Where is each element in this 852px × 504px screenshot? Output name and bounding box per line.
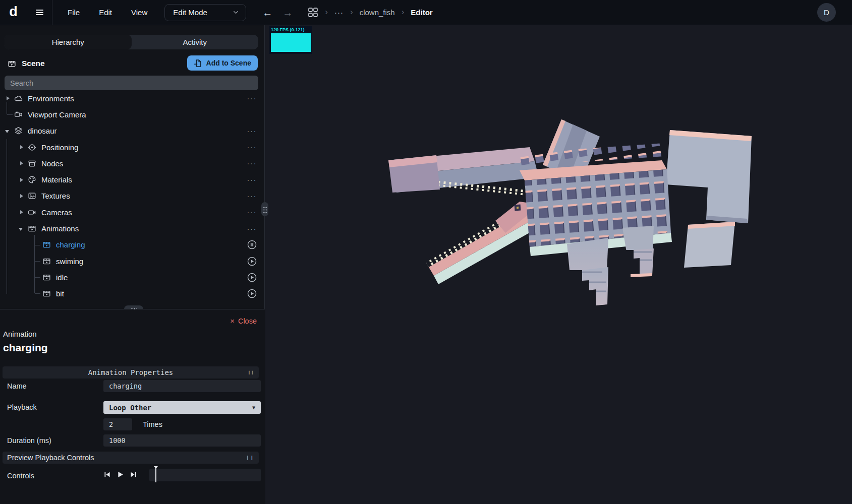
times-input[interactable]	[103, 418, 132, 430]
menu-view[interactable]: View	[131, 8, 147, 17]
tree-item-textures[interactable]: Textures ···	[0, 188, 265, 204]
item-options-button[interactable]: ···	[247, 97, 257, 100]
forward-button[interactable]: →	[282, 8, 293, 18]
tree-item-animation-charging[interactable]: charging	[0, 237, 265, 253]
viewport-3d[interactable]: 120 FPS (0-121)	[265, 25, 852, 504]
tree-item-animations[interactable]: Animations ···	[0, 220, 265, 236]
edit-mode-value: Edit Mode	[173, 8, 207, 17]
add-to-scene-label: Add to Scene	[206, 59, 251, 67]
close-panel-button[interactable]: × Close	[230, 317, 257, 325]
tree-item-label: Environments	[28, 94, 74, 103]
animation-properties-header-label: Animation Properties	[88, 368, 174, 376]
clapperboard-icon	[28, 224, 36, 233]
item-options-button[interactable]: ···	[247, 178, 257, 181]
scene-header: Scene	[8, 56, 45, 71]
animation-properties-header: Animation Properties ❙❙	[3, 366, 259, 379]
tab-hierarchy[interactable]: Hierarchy	[5, 35, 132, 49]
breadcrumb: › ··· › clown_fish › Editor	[308, 7, 432, 18]
expand-arrow-icon[interactable]	[18, 160, 25, 167]
tree-item-animation-idle[interactable]: idle	[0, 269, 265, 285]
tree-item-animation-swiming[interactable]: swiming	[0, 253, 265, 269]
play-circle-button[interactable]	[247, 257, 257, 266]
video-camera-icon	[28, 208, 36, 217]
breadcrumb-ellipsis-button[interactable]: ···	[334, 8, 344, 17]
controls-row: Controls	[0, 470, 265, 482]
duration-input[interactable]	[103, 434, 261, 447]
tree-item-environments[interactable]: Environments ···	[0, 90, 265, 106]
sidebar-resize-handle[interactable]	[261, 202, 268, 216]
add-to-scene-button[interactable]: Add to Scene	[187, 55, 258, 71]
expand-arrow-icon[interactable]	[4, 95, 11, 102]
pause-circle-button[interactable]	[247, 240, 257, 249]
expand-arrow-icon[interactable]	[18, 193, 25, 200]
expand-arrow-icon[interactable]	[18, 176, 25, 183]
tree-item-dinosaur[interactable]: dinosaur ···	[0, 123, 265, 139]
section-collapse-icon[interactable]: ❙❙	[246, 455, 254, 460]
app-window: d File Edit View Edit Mode ← → › ··· › c…	[0, 0, 852, 504]
playhead-marker[interactable]	[155, 467, 156, 482]
tree-item-label: idle	[56, 273, 68, 282]
skip-to-start-button[interactable]	[103, 471, 111, 478]
user-avatar[interactable]: D	[817, 3, 836, 22]
hamburger-menu-button[interactable]	[27, 0, 52, 25]
tab-activity[interactable]: Activity	[132, 35, 259, 49]
collapse-arrow-icon[interactable]	[18, 225, 25, 232]
tree-item-viewport-camera[interactable]: Viewport Camera	[0, 106, 265, 122]
drag-dots-icon	[263, 206, 267, 213]
collapse-arrow-icon[interactable]	[4, 128, 11, 135]
app-logo[interactable]: d	[0, 0, 27, 25]
menu-file[interactable]: File	[68, 8, 80, 17]
expand-arrow-icon[interactable]	[18, 209, 25, 216]
name-input[interactable]	[103, 380, 261, 392]
back-button[interactable]: ←	[262, 8, 272, 18]
item-options-button[interactable]: ···	[247, 211, 257, 214]
tree-item-label: Positioning	[41, 143, 78, 152]
item-options-button[interactable]: ···	[247, 162, 257, 165]
tree-item-materials[interactable]: Materials ···	[0, 171, 265, 187]
item-options-button[interactable]: ···	[247, 227, 257, 230]
tree-item-nodes[interactable]: Nodes ···	[0, 155, 265, 171]
item-options-button[interactable]: ···	[247, 146, 257, 149]
left-sidebar: Hierarchy Activity Scene Add to Scene	[0, 25, 265, 504]
close-label: Close	[238, 317, 257, 325]
layers-icon	[14, 127, 23, 135]
fps-graph-bar	[271, 33, 311, 52]
panel-kind-label: Animation	[3, 330, 37, 338]
playback-label: Playback	[7, 403, 37, 411]
playback-select[interactable]: Loop Other ▼	[103, 401, 261, 414]
clapperboard-icon	[42, 273, 51, 282]
clapperboard-icon	[42, 257, 51, 266]
skip-to-end-button[interactable]	[130, 471, 137, 478]
panel-title: charging	[3, 342, 48, 354]
play-button[interactable]	[117, 471, 124, 478]
play-circle-button[interactable]	[247, 289, 257, 298]
play-circle-button[interactable]	[247, 273, 257, 282]
breadcrumb-project[interactable]: clown_fish	[360, 8, 395, 17]
item-options-button[interactable]: ···	[247, 195, 257, 198]
tree-item-label: swiming	[56, 257, 83, 266]
tree-item-label: Animations	[41, 224, 79, 233]
search-input[interactable]	[5, 76, 258, 90]
home-grid-icon[interactable]	[308, 7, 318, 18]
section-collapse-icon[interactable]: ❙❙	[248, 370, 254, 375]
target-icon	[28, 143, 36, 152]
edit-mode-select[interactable]: Edit Mode	[164, 4, 246, 21]
duration-label: Duration (ms)	[7, 436, 51, 445]
cloud-icon	[14, 94, 23, 103]
fps-stats-widget: 120 FPS (0-121)	[269, 26, 312, 54]
search-box	[5, 76, 258, 90]
tree-item-cameras[interactable]: Cameras ···	[0, 204, 265, 220]
tree-item-label: dinosaur	[28, 127, 57, 135]
tree-item-positioning[interactable]: Positioning ···	[0, 139, 265, 155]
times-label: Times	[143, 420, 162, 428]
menu-edit[interactable]: Edit	[99, 8, 112, 17]
item-options-button[interactable]: ···	[247, 130, 257, 133]
controls-label: Controls	[7, 472, 34, 480]
fps-label: 120 FPS (0-121)	[271, 27, 311, 32]
tree-item-animation-bit[interactable]: bit	[0, 286, 265, 302]
tree-item-label: Nodes	[41, 159, 63, 168]
timeline-slider[interactable]	[149, 469, 261, 481]
tree-item-label: Textures	[41, 192, 70, 200]
camera-icon	[14, 110, 23, 119]
expand-arrow-icon[interactable]	[18, 144, 25, 151]
